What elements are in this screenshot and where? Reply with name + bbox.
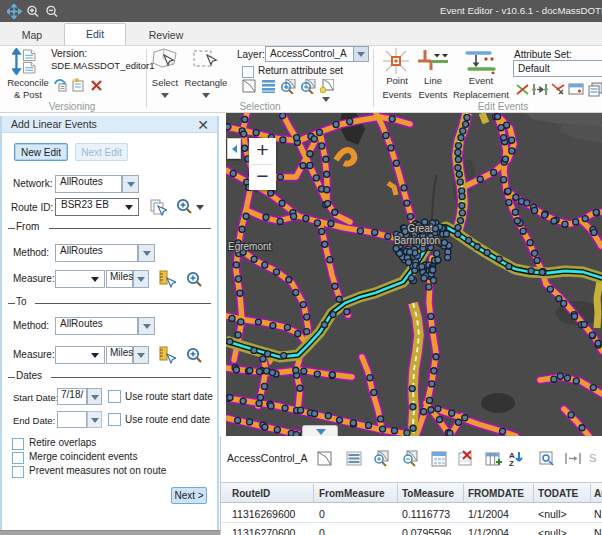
svg-text:Z: Z	[509, 459, 514, 468]
svg-text:Egremont: Egremont	[228, 241, 272, 252]
svg-text:Great: Great	[407, 223, 432, 234]
svg-text:Barrington: Barrington	[394, 235, 440, 246]
svg-text:S: S	[589, 452, 596, 464]
